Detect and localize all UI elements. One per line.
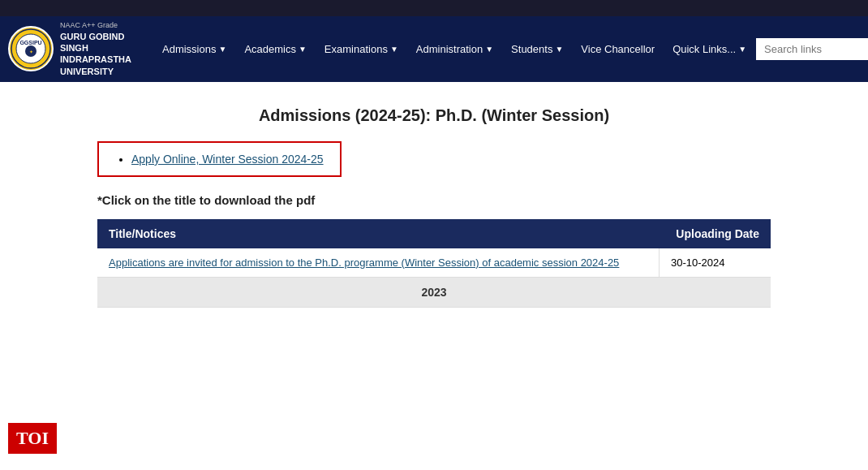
main-nav: Admissions ▼ Academics ▼ Examinations ▼ … [154, 37, 868, 63]
nav-quick-links[interactable]: Quick Links... ▼ [664, 37, 754, 62]
page-title: Admissions (2024-25): Ph.D. (Winter Sess… [97, 106, 771, 125]
logo-area: GGSIPU ✦ NAAC A++ Grade GURU GOBIND SING… [8, 21, 146, 77]
header: GGSIPU ✦ NAAC A++ Grade GURU GOBIND SING… [0, 16, 868, 82]
table-header-row: Title/Notices Uploading Date [97, 219, 771, 248]
nav-admissions[interactable]: Admissions ▼ [154, 37, 234, 62]
notices-table: Title/Notices Uploading Date Application… [97, 219, 771, 308]
nav-administration-arrow: ▼ [485, 45, 493, 54]
notice-date-cell: 30-10-2024 [659, 248, 771, 278]
nav-admissions-arrow: ▼ [218, 45, 226, 54]
nav-examinations[interactable]: Examinations ▼ [316, 37, 406, 62]
university-logo: GGSIPU ✦ [8, 26, 54, 71]
main-content: Admissions (2024-25): Ph.D. (Winter Sess… [49, 82, 819, 324]
year-section-row: 2023 [97, 277, 771, 307]
nav-students[interactable]: Students ▼ [503, 37, 571, 62]
nav-academics-arrow: ▼ [299, 45, 307, 54]
nav-academics[interactable]: Academics ▼ [236, 37, 314, 62]
col-title: Title/Notices [97, 219, 659, 248]
col-date: Uploading Date [659, 219, 771, 248]
nav-vice-chancellor[interactable]: Vice Chancellor [573, 37, 663, 63]
nav-examinations-arrow: ▼ [390, 45, 398, 54]
university-name-text: NAAC A++ Grade GURU GOBIND SINGH INDRAPR… [60, 21, 146, 77]
svg-text:✦: ✦ [29, 50, 33, 54]
nav-students-arrow: ▼ [555, 45, 563, 54]
search-input[interactable] [756, 38, 868, 60]
top-bar [0, 0, 868, 16]
year-section-cell: 2023 [97, 277, 771, 307]
apply-online-box: Apply Online, Winter Session 2024-25 [97, 141, 342, 177]
svg-text:GGSIPU: GGSIPU [19, 40, 41, 45]
table-row: Applications are invited for admission t… [97, 248, 771, 278]
click-note: *Click on the title to download the pdf [97, 193, 771, 207]
notice-title-cell: Applications are invited for admission t… [97, 248, 659, 278]
nav-quick-links-arrow: ▼ [738, 45, 746, 54]
nav-administration[interactable]: Administration ▼ [408, 37, 501, 62]
notice-link[interactable]: Applications are invited for admission t… [109, 257, 619, 269]
apply-online-link[interactable]: Apply Online, Winter Session 2024-25 [131, 153, 324, 166]
